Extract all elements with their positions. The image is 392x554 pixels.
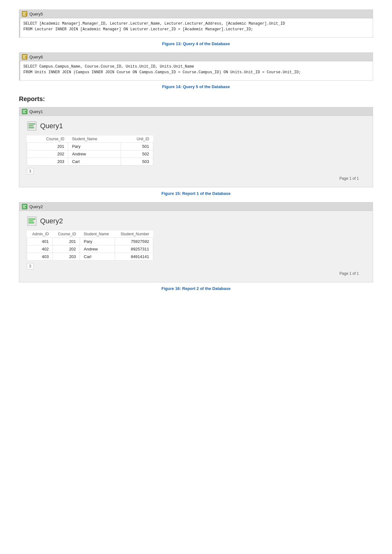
report2-inner-icon xyxy=(27,216,37,226)
report1-container: Query1 Course_ID Student_Name Unit_ID 20… xyxy=(19,116,373,187)
svg-rect-3 xyxy=(23,15,26,15)
query6-title-bar: Query6 xyxy=(19,53,373,61)
cell-course-id: 202 xyxy=(53,245,80,253)
table-row: 203 Carl 503 xyxy=(27,158,153,166)
query6-title-label: Query6 xyxy=(29,55,43,59)
report2-inner-title: Query2 xyxy=(40,217,63,225)
query5-sql: SELECT [Academic Manager].Manager_ID, Le… xyxy=(19,18,373,37)
svg-rect-11 xyxy=(23,112,26,113)
svg-rect-22 xyxy=(28,220,33,221)
reports-heading: Reports: xyxy=(19,95,373,103)
cell-student-name: Pary xyxy=(80,238,115,245)
cell-student-name: Carl xyxy=(80,253,115,261)
figure16-caption: Figure 16: Report 2 of the Database xyxy=(19,286,373,291)
svg-rect-21 xyxy=(28,219,35,220)
query5-icon xyxy=(22,11,27,17)
svg-rect-10 xyxy=(23,111,25,112)
table-row: 201 Pary 501 xyxy=(27,143,153,150)
report1-col-student-name: Student_Name xyxy=(68,135,121,143)
report2-col-student-name: Student_Name xyxy=(80,231,115,238)
cell-admin-id: 401 xyxy=(27,238,53,245)
cell-course-id: 201 xyxy=(27,143,68,150)
query6-box: Query6 SELECT Campus.Campus_Name, Course… xyxy=(19,52,373,81)
report2-icon xyxy=(22,204,27,209)
table-row: 403 203 Carl 84914141 xyxy=(27,253,153,261)
report1-inner-icon xyxy=(27,121,37,131)
report2-col-course-id: Course_ID xyxy=(53,231,80,238)
report2-table: Admin_ID Course_ID Student_Name Student_… xyxy=(27,231,153,261)
svg-rect-13 xyxy=(28,123,35,124)
report2-col-student-number: Student_Number xyxy=(115,231,153,238)
cell-course-id: 203 xyxy=(53,253,80,261)
svg-rect-1 xyxy=(23,12,27,13)
svg-rect-17 xyxy=(23,205,27,206)
report1-inner-header: Query1 xyxy=(27,121,365,131)
cell-student-number: 89257311 xyxy=(115,245,153,253)
report2-query-bar: Query2 xyxy=(19,202,373,211)
svg-rect-15 xyxy=(28,127,34,128)
report1-table: Course_ID Student_Name Unit_ID 201 Pary … xyxy=(27,135,153,166)
cell-course-id: 202 xyxy=(27,150,68,158)
query5-sql-line2: FROM Lecturer INNER JOIN [Academic Manag… xyxy=(23,27,370,32)
figure15-caption: Figure 15: Report 1 of the Database xyxy=(19,191,373,196)
cell-student-number: 75927592 xyxy=(115,238,153,245)
cell-unit-id: 502 xyxy=(121,150,153,158)
table-row: 402 202 Andrew 89257311 xyxy=(27,245,153,253)
query5-sql-line1: SELECT [Academic Manager].Manager_ID, Le… xyxy=(23,21,370,27)
report2-page-info: Page 1 of 1 xyxy=(27,271,359,276)
query6-sql: SELECT Campus.Campus_Name, Course.Course… xyxy=(19,61,373,80)
svg-rect-2 xyxy=(23,14,25,14)
cell-student-name: Carl xyxy=(68,158,121,166)
report2-inner-header: Query2 xyxy=(27,216,365,226)
svg-rect-14 xyxy=(28,125,33,126)
svg-rect-6 xyxy=(23,57,25,57)
cell-course-id: 201 xyxy=(53,238,80,245)
table-row: 202 Andrew 502 xyxy=(27,150,153,158)
svg-rect-9 xyxy=(23,110,27,111)
query5-title-label: Query5 xyxy=(29,12,43,16)
report2-query-bar-title: Query2 xyxy=(29,204,43,209)
report2-table-header-row: Admin_ID Course_ID Student_Name Student_… xyxy=(27,231,153,238)
svg-rect-19 xyxy=(23,208,26,208)
report1-icon xyxy=(22,109,27,114)
cell-student-name: Andrew xyxy=(68,150,121,158)
figure14-caption: Figure 14: Query 5 of the Database xyxy=(19,84,373,89)
report1-table-header-row: Course_ID Student_Name Unit_ID xyxy=(27,135,153,143)
report1-page-info: Page 1 of 1 xyxy=(27,176,359,181)
report1-inner-title: Query1 xyxy=(40,122,63,130)
cell-admin-id: 403 xyxy=(27,253,53,261)
figure13-caption: Figure 13: Query 4 of the Database xyxy=(19,41,373,46)
report1-query-bar: Query1 xyxy=(19,107,373,116)
svg-rect-18 xyxy=(23,206,25,207)
report1-col-course-id: Course_ID xyxy=(27,135,68,143)
report1-row-count: 3 xyxy=(27,168,33,174)
report1-col-unit-id: Unit_ID xyxy=(121,135,153,143)
svg-rect-5 xyxy=(23,55,27,56)
table-row: 401 201 Pary 75927592 xyxy=(27,238,153,245)
cell-unit-id: 501 xyxy=(121,143,153,150)
cell-unit-id: 503 xyxy=(121,158,153,166)
cell-course-id: 203 xyxy=(27,158,68,166)
report2-col-admin-id: Admin_ID xyxy=(27,231,53,238)
report1-query-bar-title: Query1 xyxy=(29,109,43,114)
report2-row-count: 3 xyxy=(27,263,33,269)
query5-title-bar: Query5 xyxy=(19,10,373,18)
cell-admin-id: 402 xyxy=(27,245,53,253)
query6-sql-line2: FROM Units INNER JOIN (Campus INNER JOIN… xyxy=(23,69,370,75)
report2-container: Query2 Admin_ID Course_ID Student_Name S… xyxy=(19,211,373,282)
query6-sql-line1: SELECT Campus.Campus_Name, Course.Course… xyxy=(23,64,370,69)
svg-rect-23 xyxy=(28,222,34,223)
cell-student-name: Andrew xyxy=(80,245,115,253)
cell-student-name: Pary xyxy=(68,143,121,150)
svg-rect-7 xyxy=(23,58,26,58)
cell-student-number: 84914141 xyxy=(115,253,153,261)
query5-box: Query5 SELECT [Academic Manager].Manager… xyxy=(19,9,373,38)
query6-icon xyxy=(22,54,27,60)
